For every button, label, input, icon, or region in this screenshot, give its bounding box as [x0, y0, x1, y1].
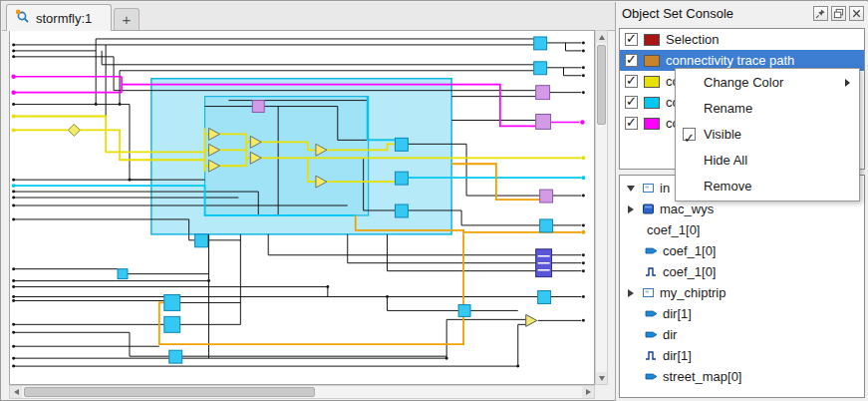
scroll-left-button[interactable] [10, 386, 22, 398]
signal-icon [644, 370, 658, 383]
visibility-checkbox[interactable] [625, 75, 638, 88]
arrow-right-icon [586, 389, 591, 395]
tree-label: mac_wys [660, 201, 714, 216]
wave-icon [644, 265, 658, 278]
tree-row[interactable]: my_chiptrip [620, 282, 864, 303]
module-icon [641, 202, 655, 215]
tree-row[interactable]: dir [620, 324, 864, 345]
color-swatch[interactable] [644, 34, 660, 46]
close-icon [851, 8, 862, 19]
color-swatch[interactable] [644, 76, 660, 88]
scroll-up-button[interactable] [596, 31, 607, 43]
visibility-checkbox[interactable] [625, 33, 638, 46]
menu-item-remove[interactable]: Remove [676, 174, 859, 200]
object-set-console: Object Set Console [615, 2, 868, 401]
object-set-label: connectivity trace path [666, 53, 794, 68]
horizontal-scrollbar[interactable] [9, 385, 595, 399]
tree-label: street_map[0] [663, 369, 742, 384]
tree-row[interactable]: coef_1[0] [620, 240, 864, 261]
new-tab-button[interactable]: + [114, 8, 140, 30]
signal-icon [644, 307, 658, 320]
tree-row[interactable]: dir[1] [620, 303, 864, 324]
horizontal-scroll-thumb[interactable] [24, 387, 315, 397]
color-swatch[interactable] [644, 118, 660, 130]
tree-label: coef_1[0] [663, 264, 717, 279]
tree-row[interactable]: coef_1[0] [620, 261, 864, 282]
visibility-checkbox[interactable] [625, 54, 638, 67]
expander-collapsed-icon[interactable] [626, 289, 636, 297]
arrow-down-icon [599, 376, 605, 381]
menu-item-hide-all[interactable]: Hide All [676, 148, 859, 174]
object-set-row[interactable]: Selection [620, 29, 864, 50]
context-menu: Change Color Rename Visible Hide All Rem… [675, 68, 860, 201]
app-window: stormfly:1 + [0, 0, 868, 401]
tree-row[interactable]: mac_wys [620, 199, 864, 219]
schematic-canvas[interactable] [10, 31, 594, 384]
tree-label: coef_1[0] [663, 243, 717, 258]
expander-collapsed-icon[interactable] [626, 205, 636, 213]
tree-label: dir[1] [663, 306, 692, 321]
tab-label: stormfly:1 [36, 11, 92, 26]
object-tree: in mac_wys coef_1[0] coef_1[0] coef_1[0] [619, 175, 865, 398]
arrow-up-icon [599, 35, 605, 40]
tree-label: dir[1] [663, 348, 692, 363]
arrow-left-icon [14, 389, 19, 395]
signal-icon [644, 244, 658, 257]
close-button[interactable] [849, 6, 864, 21]
tree-row[interactable]: street_map[0] [620, 366, 864, 387]
wave-icon [644, 349, 658, 362]
panel-titlebar-buttons [813, 6, 864, 21]
tree-label: my_chiptrip [660, 285, 725, 300]
vertical-scrollbar[interactable] [595, 30, 608, 385]
float-button[interactable] [831, 6, 846, 21]
instance-icon [641, 286, 655, 299]
tree-row[interactable]: coef_1[0] [620, 219, 864, 240]
pin-icon [815, 8, 826, 19]
menu-item-rename[interactable]: Rename [676, 96, 859, 122]
object-set-label: Selection [666, 32, 719, 47]
tree-label: dir [663, 327, 677, 342]
visibility-checkbox[interactable] [625, 96, 638, 109]
scroll-down-button[interactable] [596, 372, 607, 384]
signal-icon [644, 328, 658, 341]
expander-expanded-icon[interactable] [626, 186, 636, 192]
tree-row[interactable]: dir[1] [620, 345, 864, 366]
menu-item-visible[interactable]: Visible [676, 122, 859, 148]
tree-label: in [660, 181, 670, 196]
instance-icon [641, 182, 655, 195]
schematic-view [9, 30, 595, 385]
color-swatch[interactable] [644, 97, 660, 109]
schematic-search-icon [15, 9, 31, 28]
visibility-checkbox[interactable] [625, 117, 638, 130]
pin-button[interactable] [813, 6, 828, 21]
panel-title: Object Set Console [622, 2, 733, 26]
menu-item-change-color[interactable]: Change Color [676, 70, 859, 96]
tab-stormfly[interactable]: stormfly:1 [6, 4, 112, 31]
tab-bar: stormfly:1 + [2, 2, 615, 31]
visible-checkbox[interactable] [683, 128, 696, 141]
tree-label: coef_1[0] [647, 222, 701, 237]
color-swatch[interactable] [644, 55, 660, 67]
submenu-arrow-icon [845, 79, 850, 87]
float-icon [833, 8, 844, 19]
vertical-scroll-thumb[interactable] [597, 45, 606, 125]
scroll-right-button[interactable] [582, 386, 594, 398]
